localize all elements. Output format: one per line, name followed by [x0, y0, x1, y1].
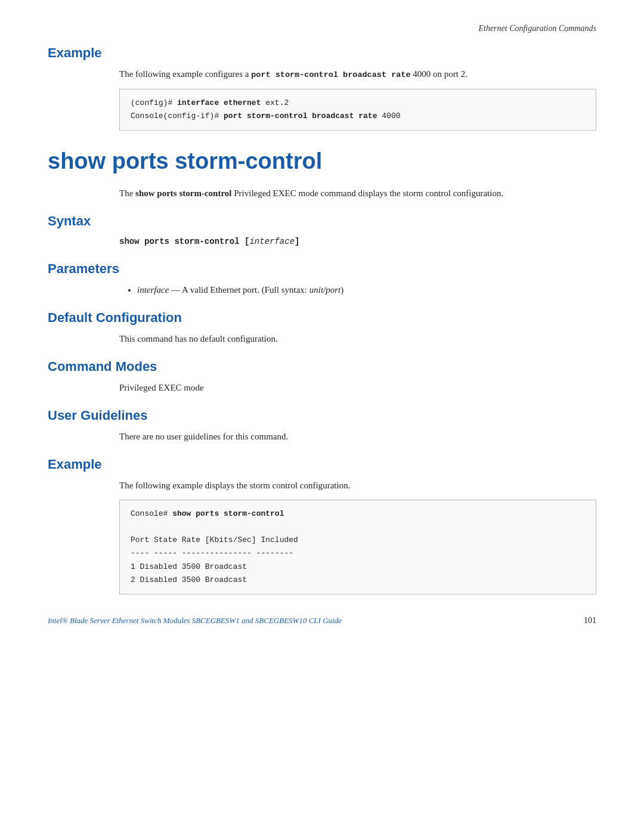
- example1-heading: Example: [48, 45, 596, 61]
- example2-section: Example The following example displays t…: [48, 457, 596, 594]
- example1-desc-bold: port storm-control broadcast rate: [251, 70, 410, 79]
- example1-code-line1: (config)# interface ethernet ext.2: [131, 97, 585, 110]
- parameters-heading: Parameters: [48, 261, 596, 277]
- command-modes-content: Privileged EXEC mode: [119, 380, 596, 395]
- example1-description: The following example configures a port …: [119, 67, 596, 82]
- command-modes-section: Command Modes Privileged EXEC mode: [48, 359, 596, 395]
- command-title: show ports storm-control: [48, 148, 596, 174]
- cmd-desc-prefix: The: [119, 188, 135, 198]
- parameters-content: interface — A valid Ethernet port. (Full…: [119, 283, 596, 297]
- example1-desc-suffix: 4000 on port 2.: [411, 69, 467, 79]
- syntax-section: Syntax show ports storm-control [interfa…: [48, 213, 596, 248]
- cmd-desc-suffix: Privileged EXEC mode command displays th…: [231, 188, 503, 198]
- parameters-list: interface — A valid Ethernet port. (Full…: [137, 283, 596, 297]
- command-modes-heading: Command Modes: [48, 359, 596, 374]
- example2-code-block: Console# show ports storm-control Port S…: [119, 500, 596, 594]
- footer-left: Intel® Blade Server Ethernet Switch Modu…: [48, 616, 342, 625]
- command-modes-text: Privileged EXEC mode: [119, 380, 596, 395]
- example2-content: The following example displays the storm…: [119, 478, 596, 594]
- default-config-text: This command has no default configuratio…: [119, 332, 596, 346]
- example2-heading: Example: [48, 457, 596, 472]
- cmd-desc-bold: show ports storm-control: [135, 188, 231, 198]
- page-footer: Intel® Blade Server Ethernet Switch Modu…: [0, 616, 644, 625]
- example1-content: The following example configures a port …: [119, 67, 596, 131]
- example2-description: The following example displays the storm…: [119, 478, 596, 493]
- user-guidelines-heading: User Guidelines: [48, 408, 596, 423]
- footer-right: 101: [584, 616, 596, 625]
- syntax-heading: Syntax: [48, 213, 596, 229]
- parameters-section: Parameters interface — A valid Ethernet …: [48, 261, 596, 297]
- default-config-section: Default Configuration This command has n…: [48, 310, 596, 346]
- page-header: Ethernet Configuration Commands: [48, 24, 596, 33]
- example1-desc-prefix: The following example configures a: [119, 69, 251, 79]
- example1-code-line2: Console(config-if)# port storm-control b…: [131, 110, 585, 123]
- default-config-content: This command has no default configuratio…: [119, 332, 596, 346]
- default-config-heading: Default Configuration: [48, 310, 596, 326]
- syntax-content: show ports storm-control [interface]: [119, 235, 596, 248]
- syntax-line: show ports storm-control [interface]: [119, 235, 596, 248]
- example1-code-block: (config)# interface ethernet ext.2 Conso…: [119, 89, 596, 131]
- user-guidelines-content: There are no user guidelines for this co…: [119, 429, 596, 444]
- user-guidelines-section: User Guidelines There are no user guidel…: [48, 408, 596, 444]
- user-guidelines-text: There are no user guidelines for this co…: [119, 429, 596, 444]
- command-description: The show ports storm-control Privileged …: [119, 186, 596, 200]
- header-title: Ethernet Configuration Commands: [478, 24, 596, 33]
- parameter-item: interface — A valid Ethernet port. (Full…: [137, 283, 596, 297]
- example1-section: Example The following example configures…: [48, 45, 596, 131]
